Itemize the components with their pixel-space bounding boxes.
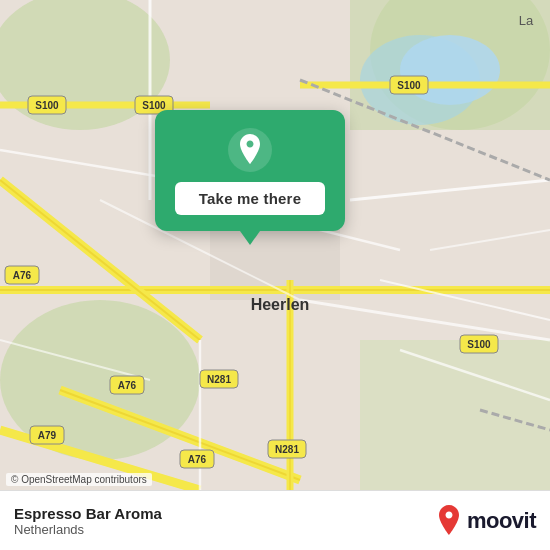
moovit-logo: moovit: [435, 505, 536, 537]
svg-text:A76: A76: [13, 270, 32, 281]
take-me-there-button[interactable]: Take me there: [175, 182, 325, 215]
location-pin-icon: [228, 128, 272, 172]
moovit-pin-icon: [435, 505, 463, 537]
svg-text:N281: N281: [207, 374, 231, 385]
svg-text:A76: A76: [118, 380, 137, 391]
svg-text:La: La: [519, 13, 534, 28]
svg-text:N281: N281: [275, 444, 299, 455]
moovit-logo-text: moovit: [467, 508, 536, 534]
place-name: Espresso Bar Aroma: [14, 505, 162, 522]
svg-rect-6: [360, 340, 550, 490]
map-svg: S100 S100 S100 S100 A76 A76 A76 N281 N28…: [0, 0, 550, 490]
map-container: S100 S100 S100 S100 A76 A76 A76 N281 N28…: [0, 0, 550, 490]
svg-text:A76: A76: [188, 454, 207, 465]
svg-text:S100: S100: [397, 80, 421, 91]
svg-text:S100: S100: [142, 100, 166, 111]
svg-text:A79: A79: [38, 430, 57, 441]
popup-card: Take me there: [155, 110, 345, 231]
place-location: Netherlands: [14, 522, 162, 537]
svg-text:S100: S100: [467, 339, 491, 350]
copyright-text: © OpenStreetMap contributors: [6, 473, 152, 486]
svg-text:Heerlen: Heerlen: [251, 296, 310, 313]
bottom-bar: Espresso Bar Aroma Netherlands moovit: [0, 490, 550, 550]
svg-text:S100: S100: [35, 100, 59, 111]
place-info: Espresso Bar Aroma Netherlands: [14, 505, 162, 537]
